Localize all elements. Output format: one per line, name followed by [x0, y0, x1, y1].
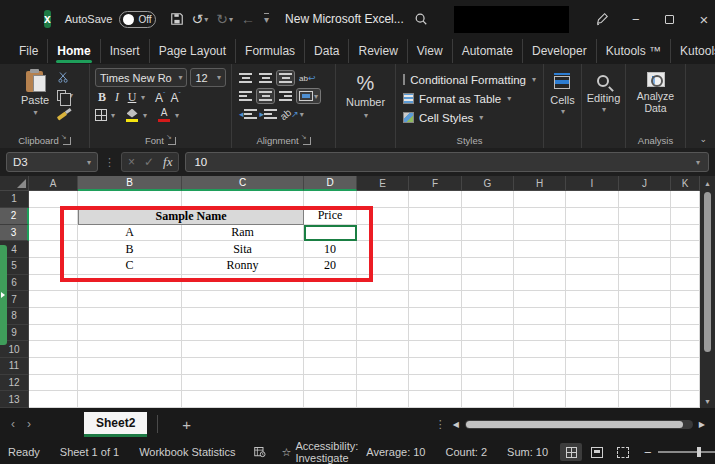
cell-A8[interactable]	[29, 308, 78, 325]
cell-I4[interactable]	[566, 241, 619, 258]
cell-H9[interactable]	[514, 325, 566, 342]
cell-C9[interactable]	[182, 325, 304, 342]
maximize-button[interactable]	[653, 0, 687, 38]
cell-E7[interactable]	[357, 291, 409, 308]
cell-B10[interactable]	[78, 341, 182, 358]
cell-B4[interactable]: B	[78, 241, 182, 258]
cell-J13[interactable]	[619, 391, 671, 408]
column-header-F[interactable]: F	[409, 176, 462, 191]
splitter-handle-icon[interactable]: ⋮	[435, 418, 447, 431]
cell-I6[interactable]	[566, 275, 619, 292]
cell-E8[interactable]	[357, 308, 409, 325]
orientation-button[interactable]: ab↗▾	[278, 107, 306, 122]
cell-C5[interactable]: Ronny	[182, 258, 304, 275]
cell-G1[interactable]	[462, 191, 514, 208]
cell-F7[interactable]	[409, 291, 462, 308]
cell-B13[interactable]	[78, 391, 182, 408]
cell-I11[interactable]	[566, 358, 619, 375]
cell-H13[interactable]	[514, 391, 566, 408]
tab-formulas[interactable]: Formulas	[236, 39, 305, 63]
cell-B1[interactable]	[78, 191, 182, 208]
tab-developer[interactable]: Developer	[523, 39, 597, 63]
tab-home[interactable]: Home	[48, 39, 100, 63]
column-header-H[interactable]: H	[514, 176, 566, 191]
cell-E3[interactable]	[357, 225, 409, 242]
cell-H6[interactable]	[514, 275, 566, 292]
cell-E6[interactable]	[357, 275, 409, 292]
tab-insert[interactable]: Insert	[101, 39, 150, 63]
display-settings-icon[interactable]	[246, 446, 274, 458]
cell-D7[interactable]	[304, 291, 357, 308]
cell-E12[interactable]	[357, 375, 409, 392]
cancel-icon[interactable]: ×	[128, 155, 135, 169]
cell-H4[interactable]	[514, 241, 566, 258]
cell-I9[interactable]	[566, 325, 619, 342]
cell-G8[interactable]	[462, 308, 514, 325]
cell-J10[interactable]	[619, 341, 671, 358]
cell-K10[interactable]	[671, 341, 700, 358]
clipboard-dialog-launcher[interactable]	[63, 137, 71, 145]
drag-handle-icon[interactable]: ⋮	[104, 156, 115, 169]
page-layout-view-button[interactable]	[586, 443, 608, 461]
vertical-scroll-thumb[interactable]	[704, 192, 711, 352]
font-name-select[interactable]: Times New Ro▾	[95, 68, 187, 87]
horizontal-scroll-thumb[interactable]	[466, 421, 683, 428]
row-header-12[interactable]: 12	[0, 375, 29, 392]
name-box[interactable]: D3 ▾	[6, 152, 98, 172]
expand-formula-bar-icon[interactable]: ▾	[696, 158, 700, 167]
cell-E11[interactable]	[357, 358, 409, 375]
cell-I2[interactable]	[566, 208, 619, 225]
align-right-button[interactable]	[277, 89, 294, 103]
cell-B11[interactable]	[78, 358, 182, 375]
cell-styles-button[interactable]: Cell Styles▾	[403, 108, 536, 127]
middle-align-button[interactable]	[257, 71, 274, 85]
analyze-data-button[interactable]: Analyze Data	[630, 68, 682, 114]
cell-B12[interactable]	[78, 375, 182, 392]
cell-F10[interactable]	[409, 341, 462, 358]
underline-dropdown-icon[interactable]: ▾	[141, 93, 145, 102]
top-align-button[interactable]	[237, 71, 254, 85]
column-header-B[interactable]: B	[78, 176, 182, 191]
cell-I7[interactable]	[566, 291, 619, 308]
cell-J9[interactable]	[619, 325, 671, 342]
cell-C12[interactable]	[182, 375, 304, 392]
cell-C11[interactable]	[182, 358, 304, 375]
editing-group[interactable]: Editing ▾	[582, 64, 626, 148]
enter-icon[interactable]: ✓	[144, 155, 154, 169]
increase-indent-button[interactable]: ▸	[258, 107, 276, 121]
cell-F2[interactable]	[409, 208, 462, 225]
hscroll-right-icon[interactable]: ▶	[699, 420, 705, 429]
scroll-up-icon[interactable]: ▲	[704, 176, 711, 190]
cell-H1[interactable]	[514, 191, 566, 208]
cell-K11[interactable]	[671, 358, 700, 375]
cell-K7[interactable]	[671, 291, 700, 308]
cell-I5[interactable]	[566, 258, 619, 275]
cell-I10[interactable]	[566, 341, 619, 358]
vertical-scrollbar[interactable]: ▲ ▼	[700, 176, 715, 408]
cell-G4[interactable]	[462, 241, 514, 258]
cell-F1[interactable]	[409, 191, 462, 208]
cell-C10[interactable]	[182, 341, 304, 358]
cell-H11[interactable]	[514, 358, 566, 375]
close-button[interactable]: ×	[687, 0, 715, 38]
cell-D11[interactable]	[304, 358, 357, 375]
cell-K8[interactable]	[671, 308, 700, 325]
cell-K12[interactable]	[671, 375, 700, 392]
cell-J7[interactable]	[619, 291, 671, 308]
cell-E1[interactable]	[357, 191, 409, 208]
back-arrow-icon[interactable]: ←	[239, 11, 257, 27]
insert-function-icon[interactable]: fx	[163, 154, 172, 170]
cell-B6[interactable]	[78, 275, 182, 292]
cell-I1[interactable]	[566, 191, 619, 208]
redo-icon[interactable]: ↻▾	[214, 11, 235, 27]
cell-D4[interactable]: 10	[304, 241, 357, 258]
cell-A10[interactable]	[29, 341, 78, 358]
cell-F13[interactable]	[409, 391, 462, 408]
cell-D9[interactable]	[304, 325, 357, 342]
cell-F6[interactable]	[409, 275, 462, 292]
cell-A13[interactable]	[29, 391, 78, 408]
scroll-down-icon[interactable]: ▼	[704, 394, 711, 408]
underline-button[interactable]: U	[125, 90, 139, 105]
cell-H5[interactable]	[514, 258, 566, 275]
cell-J5[interactable]	[619, 258, 671, 275]
